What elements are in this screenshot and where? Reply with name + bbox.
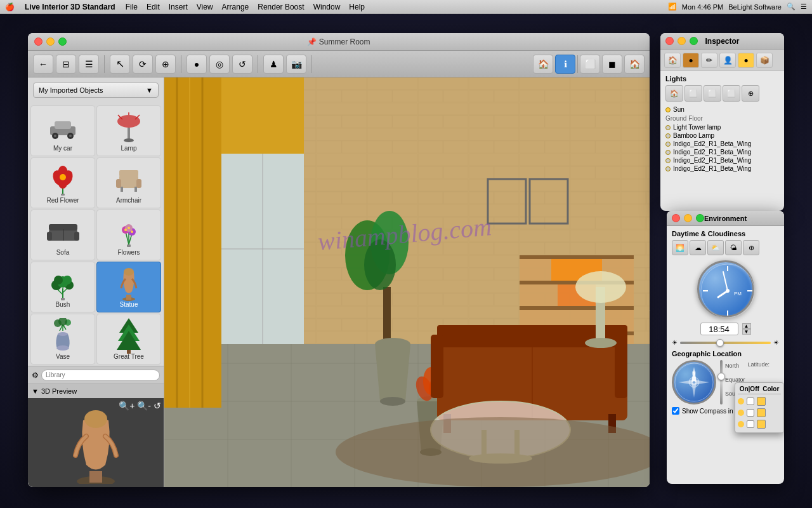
ring-button[interactable]: ◎ [209, 55, 230, 74]
chess-button[interactable]: ♟ [263, 55, 284, 74]
env-btn-5[interactable]: ⊕ [743, 240, 759, 255]
brightness-slider[interactable] [680, 342, 771, 344]
circle-button[interactable]: ● [187, 55, 207, 74]
show-compass-checkbox[interactable] [672, 407, 679, 415]
inspector-btn-2[interactable]: ● [683, 53, 699, 68]
settings-icon[interactable]: ⚙ [32, 371, 39, 380]
object-item-great-tree[interactable]: Great Tree [96, 314, 161, 364]
camera-button[interactable]: 📷 [286, 55, 306, 74]
list-button[interactable]: ☰ [79, 55, 99, 74]
env-btn-2[interactable]: ☁ [690, 240, 706, 255]
zoom-in-button[interactable]: 🔍+ [119, 401, 134, 411]
light-item-1[interactable]: Light Tower lamp [665, 123, 779, 131]
menu-render[interactable]: Render Boost [258, 3, 304, 11]
inspector-btn-3[interactable]: ✏ [701, 53, 717, 68]
time-up-button[interactable]: ▲ [742, 323, 751, 329]
svg-rect-118 [615, 335, 627, 398]
move-button[interactable]: ⊕ [155, 55, 176, 74]
inspector-btn-6[interactable]: 📦 [756, 53, 773, 68]
inspector-btn-1[interactable]: 🏠 [664, 53, 681, 68]
inspector-max-button[interactable] [690, 37, 698, 45]
object-item-bush[interactable]: Bush [30, 262, 95, 312]
view3d-button[interactable]: ◼ [602, 55, 622, 74]
library-search[interactable] [41, 370, 160, 381]
menu-arrange[interactable]: Arrange [222, 3, 249, 11]
main-canvas[interactable]: winampblog.com [164, 77, 650, 487]
object-item-my-car[interactable]: My car [30, 105, 95, 156]
object-item-armchair[interactable]: Armchair [96, 157, 161, 208]
menu-edit[interactable]: Edit [147, 3, 160, 11]
light-btn-4[interactable]: ⬜ [723, 85, 740, 102]
home-button[interactable]: 🏠 [624, 55, 645, 74]
object-item-statue[interactable]: Statue [96, 262, 161, 312]
menu-extra-icon[interactable]: ☰ [801, 3, 807, 11]
rotate-button[interactable]: ⟳ [133, 55, 153, 74]
light-btn-5[interactable]: ⊕ [742, 85, 759, 102]
panel-toolbar: ⚙ [28, 366, 164, 384]
inspector-btn-4[interactable]: 👤 [719, 53, 736, 68]
apple-menu[interactable]: 🍎 [5, 3, 15, 11]
time-input[interactable] [700, 323, 738, 335]
light-item-6[interactable]: Indigo_Ed2_R1_Beta_Wing [665, 164, 779, 173]
sun-item[interactable]: Sun [665, 105, 779, 114]
light-item-2[interactable]: Bamboo Lamp [665, 131, 779, 140]
env-btn-4[interactable]: 🌤 [725, 240, 742, 255]
env-btn-3[interactable]: ⛅ [707, 240, 724, 255]
svg-point-51 [124, 268, 134, 276]
light-btn-2[interactable]: ⬜ [684, 85, 702, 102]
inspector-min-button[interactable] [678, 37, 686, 45]
view2d-button[interactable]: ⬜ [580, 55, 600, 74]
time-down-button[interactable]: ▼ [742, 329, 751, 335]
separator-1 [104, 55, 105, 73]
objects-dropdown[interactable]: My Imported Objects ▼ [33, 83, 159, 98]
onoff-checkbox-1[interactable] [747, 398, 754, 405]
clock-svg: PM [699, 262, 756, 319]
zoom-out-button[interactable]: 🔍- [137, 401, 151, 411]
select-button[interactable]: ↖ [110, 55, 130, 74]
resize-handle[interactable]: ⌟ [641, 478, 648, 486]
menu-insert[interactable]: Insert [169, 3, 188, 11]
preview-header[interactable]: ▼ 3D Preview [28, 384, 164, 398]
object-item-vase[interactable]: Vase [30, 314, 95, 364]
maximize-button[interactable] [58, 37, 67, 46]
on-off-header-label: On|Off [740, 385, 759, 392]
undo-button[interactable]: ↺ [232, 55, 252, 74]
info-button[interactable]: ℹ [555, 55, 575, 74]
light-btn-1[interactable]: 🏠 [665, 85, 683, 102]
menu-window[interactable]: Window [313, 3, 341, 11]
minimize-button[interactable] [46, 37, 55, 46]
env-min-button[interactable] [684, 214, 692, 222]
menu-help[interactable]: Help [349, 3, 365, 11]
svg-point-128 [575, 271, 626, 303]
light-item-4[interactable]: Indigo_Ed2_R1_Beta_Wing [665, 148, 779, 156]
object-item-red-flower[interactable]: Red Flower [30, 157, 95, 208]
object-item-flowers[interactable]: Flowers [96, 210, 161, 260]
color-swatch-1[interactable] [757, 397, 766, 406]
lat-slider-track[interactable] [720, 360, 723, 404]
object-item-lamp[interactable]: Lamp [96, 105, 161, 156]
env-close-button[interactable] [672, 214, 680, 222]
object-item-sofa[interactable]: Sofa [30, 210, 95, 260]
env-max-button[interactable] [696, 214, 704, 222]
color-swatch-2[interactable] [757, 408, 766, 417]
back-button[interactable]: ← [33, 55, 53, 74]
env-btn-1[interactable]: 🌅 [672, 240, 688, 255]
light-btn-3[interactable]: ⬜ [704, 85, 721, 102]
search-icon[interactable]: 🔍 [787, 3, 796, 11]
light-item-5[interactable]: Indigo_Ed2_R1_Beta_Wing [665, 156, 779, 164]
lat-slider-thumb[interactable] [717, 373, 725, 380]
onoff-row-3 [738, 418, 781, 430]
menu-view[interactable]: View [197, 3, 213, 11]
layer-button[interactable]: ⊟ [56, 55, 76, 74]
inspector-close-button[interactable] [665, 37, 674, 45]
onoff-checkbox-3[interactable] [747, 420, 754, 428]
light-item-3[interactable]: Indigo_Ed2_R1_Beta_Wing [665, 140, 779, 148]
menu-file[interactable]: File [126, 3, 138, 11]
inspector-btn-5[interactable]: ● [738, 53, 754, 68]
onoff-checkbox-2[interactable] [747, 409, 754, 417]
model-button[interactable]: 🏠 [533, 55, 553, 74]
close-button[interactable] [34, 37, 43, 46]
brightness-thumb[interactable] [716, 339, 724, 347]
color-swatch-3[interactable] [757, 420, 766, 429]
reset-view-button[interactable]: ↺ [154, 401, 161, 411]
